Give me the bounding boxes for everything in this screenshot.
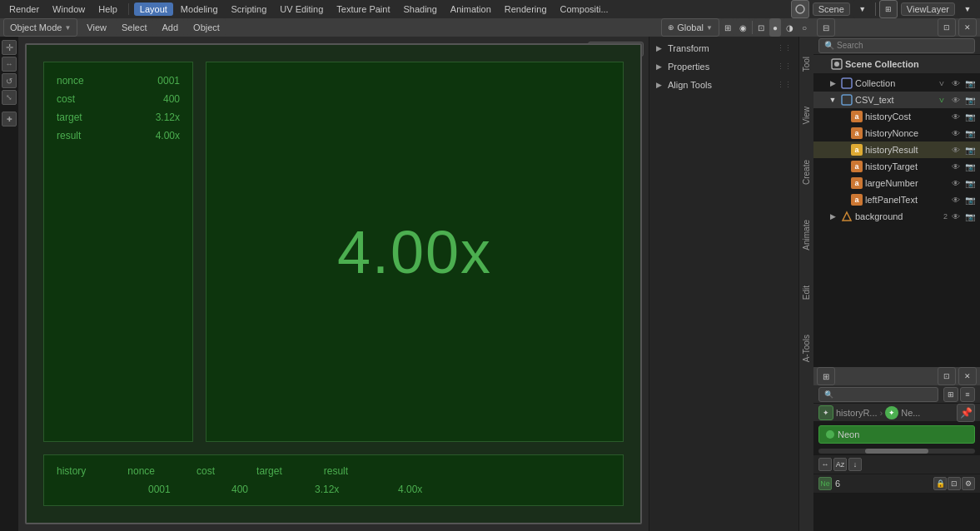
atools-tab[interactable]: A-Tools: [800, 318, 813, 379]
hnonce-icon: a: [850, 127, 863, 140]
lpt-hide-btn[interactable]: 👁: [949, 193, 963, 206]
scene-icon-btn[interactable]: [791, 0, 809, 18]
bg-render-btn[interactable]: 📷: [963, 210, 977, 223]
lnum-render-btn[interactable]: 📷: [963, 176, 977, 190]
transform-section[interactable]: ▶ Transform ⋮⋮: [649, 39, 798, 57]
3d-viewport[interactable]: Options ▼ nonce 0001: [18, 37, 649, 531]
transform-space[interactable]: ⊕ Global ▼: [661, 18, 719, 37]
htarget-render-btn[interactable]: 📷: [963, 160, 977, 173]
csv-filter-btn[interactable]: V: [935, 93, 948, 107]
props-transfer-btn[interactable]: ↔: [818, 458, 832, 471]
menu-render[interactable]: Render: [3, 2, 45, 16]
background-item[interactable]: ▶ background 2 👁 📷: [813, 208, 980, 225]
menu-modeling[interactable]: Modeling: [175, 2, 224, 16]
collection-filter-btn[interactable]: V: [935, 77, 948, 90]
scale-tool[interactable]: ⤡: [2, 90, 17, 105]
outliner-close-btn[interactable]: ✕: [958, 18, 977, 37]
shading-rendered-btn[interactable]: ○: [798, 18, 810, 37]
animate-tab[interactable]: Animate: [800, 203, 813, 267]
collection-render-btn[interactable]: 📷: [963, 77, 977, 90]
object-btn[interactable]: Object: [187, 18, 226, 37]
object-mode-dropdown[interactable]: Object Mode ▼: [3, 18, 77, 37]
hcost-render-btn[interactable]: 📷: [963, 110, 977, 123]
select-btn[interactable]: Select: [116, 18, 153, 37]
hcost-hide-btn[interactable]: 👁: [949, 110, 963, 123]
history-result-item[interactable]: a historyResult 👁 📷: [813, 141, 980, 158]
view-tab[interactable]: View: [800, 90, 813, 141]
menu-animation[interactable]: Animation: [445, 2, 497, 16]
outliner-search-box[interactable]: 🔍 Search: [818, 38, 975, 53]
page-number: 6: [835, 479, 840, 489]
snap-btn[interactable]: ⊞: [721, 18, 734, 37]
menu-scripting[interactable]: Scripting: [226, 2, 273, 16]
page-shield-btn[interactable]: 🔒: [933, 477, 947, 490]
hnonce-hide-btn[interactable]: 👁: [949, 127, 963, 140]
props-az-btn[interactable]: Az: [833, 458, 847, 471]
svg-marker-5: [843, 212, 851, 221]
history-target-item[interactable]: a historyTarget 👁 📷: [813, 158, 980, 175]
scrollbar-handle[interactable]: [865, 449, 928, 454]
menu-window[interactable]: Window: [47, 2, 91, 16]
outliner-editor-icon[interactable]: ⊟: [817, 18, 835, 37]
props-maximize-btn[interactable]: ⊡: [938, 367, 956, 385]
props-scrollbar[interactable]: [818, 449, 975, 454]
props-pin-btn[interactable]: 📌: [957, 404, 975, 422]
csv-expand[interactable]: ▼: [827, 96, 838, 104]
props-down-btn[interactable]: ↓: [848, 458, 862, 471]
history-cost-item[interactable]: a historyCost 👁 📷: [813, 108, 980, 125]
scene-settings-btn[interactable]: ▼: [853, 0, 872, 18]
collection-item[interactable]: ▶ Collection V 👁 📷: [813, 75, 980, 92]
viewlayer-icon-btn[interactable]: ⊞: [879, 0, 898, 18]
proportional-btn[interactable]: ◉: [736, 18, 750, 37]
large-number-item[interactable]: a largeNumber 👁 📷: [813, 175, 980, 191]
htarget-hide-btn[interactable]: 👁: [949, 160, 963, 173]
menu-rendering[interactable]: Rendering: [499, 2, 553, 16]
edit-tab[interactable]: Edit: [800, 269, 813, 316]
csv-hide-btn[interactable]: 👁: [949, 93, 963, 107]
bg-hide-btn[interactable]: 👁: [949, 210, 963, 223]
hresult-render-btn[interactable]: 📷: [963, 143, 977, 156]
menu-help[interactable]: Help: [92, 2, 123, 16]
xray-btn[interactable]: ⊡: [754, 18, 768, 37]
hresult-hide-btn[interactable]: 👁: [949, 143, 963, 156]
history-nonce-item[interactable]: a historyNonce 👁 📷: [813, 125, 980, 141]
properties-section[interactable]: ▶ Properties ⋮⋮: [649, 57, 798, 76]
menu-shading[interactable]: Shading: [397, 2, 442, 16]
create-tab[interactable]: Create: [800, 143, 813, 201]
hnonce-render-btn[interactable]: 📷: [963, 127, 977, 140]
breadcrumb-part2: Ne...: [901, 408, 920, 418]
left-panel-text-item[interactable]: a leftPanelText 👁 📷: [813, 191, 980, 208]
transform-tool[interactable]: ✚: [2, 112, 17, 127]
view-btn[interactable]: View: [81, 18, 112, 37]
result-label: result: [57, 130, 81, 141]
cursor-tool[interactable]: ✛: [2, 40, 17, 55]
align-tools-section[interactable]: ▶ Align Tools ⋮⋮: [649, 76, 798, 94]
add-btn[interactable]: Add: [157, 18, 185, 37]
lnum-hide-btn[interactable]: 👁: [949, 176, 963, 190]
menu-compositing[interactable]: Compositi...: [555, 2, 614, 16]
page-settings-btn[interactable]: ⚙: [962, 477, 975, 490]
collection-hide-btn[interactable]: 👁: [949, 77, 963, 90]
bg-expand[interactable]: ▶: [827, 212, 838, 221]
tool-tab[interactable]: Tool: [800, 40, 813, 88]
shading-material-btn[interactable]: ◑: [783, 18, 797, 37]
props-sort-btn[interactable]: ≡: [960, 387, 975, 402]
props-close-btn[interactable]: ✕: [958, 367, 977, 385]
lpt-render-btn[interactable]: 📷: [963, 193, 977, 206]
collection-expand[interactable]: ▶: [827, 79, 838, 87]
shading-solid-btn[interactable]: ●: [769, 18, 781, 37]
props-filter-btn[interactable]: ⊞: [943, 387, 958, 402]
rotate-tool[interactable]: ↺: [2, 73, 17, 88]
menu-layout[interactable]: Layout: [134, 2, 173, 16]
page-copy-btn[interactable]: ⊡: [948, 477, 961, 490]
outliner-maximize-btn[interactable]: ⊡: [938, 18, 956, 37]
menu-texture[interactable]: Texture Paint: [331, 2, 395, 16]
move-tool[interactable]: ↔: [2, 57, 17, 72]
csv-render-btn[interactable]: 📷: [963, 93, 977, 107]
viewlayer-settings-btn[interactable]: ▼: [958, 0, 977, 18]
menu-uv[interactable]: UV Editing: [274, 2, 329, 16]
right-column: ⊟ ⊡ ✕ 🔍 Search Scene Collection: [813, 18, 980, 531]
csv-text-item[interactable]: ▼ CSV_text V 👁 📷: [813, 92, 980, 108]
props-editor-icon[interactable]: ⊞: [817, 367, 835, 385]
props-search-box[interactable]: 🔍: [818, 387, 938, 402]
